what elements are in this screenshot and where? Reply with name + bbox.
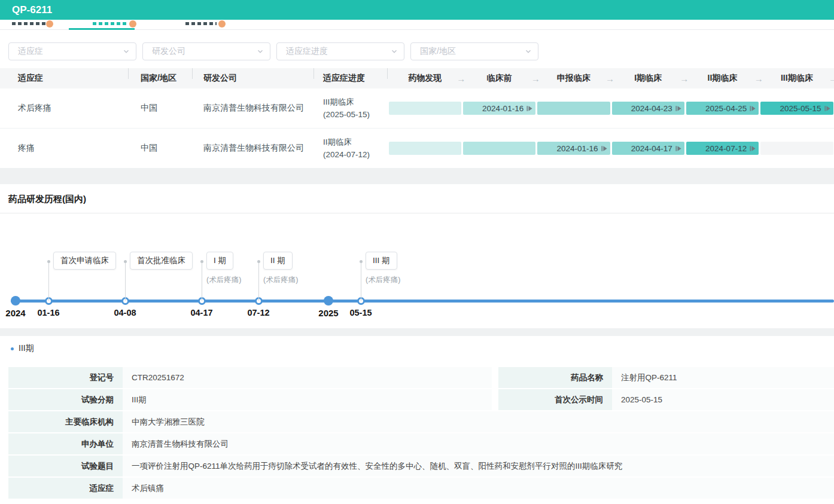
timeline-stem-dot	[124, 260, 127, 263]
detail-row: 试验分期III期首次公示时间2025-05-15	[8, 389, 834, 410]
phase-bar[interactable]: 2025-04-25	[686, 102, 759, 115]
phase-date: 2024-04-17	[631, 144, 672, 153]
phase-bar	[463, 142, 535, 155]
stage-name: II期临床	[323, 136, 388, 148]
country-cell: 中国	[129, 143, 193, 154]
stage-date: (2024-07-12)	[323, 148, 388, 161]
play-icon	[526, 105, 532, 112]
phase-bar	[389, 102, 461, 115]
play-icon	[675, 145, 681, 152]
timeline-stem	[258, 263, 259, 301]
detail-value: CTR20251672	[123, 367, 492, 388]
detail-label: 登记号	[8, 367, 123, 388]
timeline-stem-dot	[47, 260, 50, 263]
timeline-canvas: 2024首次申请临床01-16首次批准临床04-08I 期(术后疼痛)04-17…	[0, 213, 834, 328]
progress-table-header: 适应症国家/地区研发公司适应症进度药物发现→临床前→申报临床→I期临床→II期临…	[0, 68, 834, 88]
phase-col-header: II期临床→	[685, 73, 759, 84]
phase-col-header: I期临床→	[611, 73, 685, 84]
timeline-stem-dot	[360, 260, 363, 263]
filter-row: 适应症研发公司适应症进度国家/地区	[8, 42, 834, 60]
phase-col-label: I期临床	[634, 73, 662, 84]
tab-2-badge-icon	[129, 20, 136, 28]
detail-value: 术后镇痛	[123, 478, 834, 499]
phase-cell: 2024-07-12	[685, 142, 759, 155]
tab-1[interactable]	[12, 22, 47, 25]
filter-select-4[interactable]: 国家/地区	[410, 42, 538, 60]
phase-cell: 2025-04-25	[685, 102, 759, 115]
timeline-stem	[361, 263, 361, 301]
filter-select-1[interactable]: 适应症	[8, 42, 136, 60]
phase-col-label: 申报临床	[557, 73, 591, 84]
phase-bar[interactable]: 2024-01-16	[537, 142, 610, 155]
section-divider	[0, 169, 834, 184]
tab-2-active[interactable]	[93, 22, 127, 25]
timeline-year-node	[11, 296, 20, 306]
phase-cell	[537, 102, 611, 115]
phase-cell	[760, 142, 834, 155]
timeline-axis-line	[11, 300, 834, 303]
phase-date: 2024-07-12	[705, 144, 747, 153]
company-cell: 南京清普生物科技有限公司	[193, 143, 314, 154]
detail-label: 主要临床机构	[8, 411, 123, 432]
arrow-right-icon: →	[456, 74, 465, 84]
phase-bar[interactable]: 2024-04-23	[612, 102, 684, 115]
page-header: QP-6211	[0, 0, 834, 20]
phase-bar[interactable]: 2024-07-12	[686, 142, 759, 155]
tab-bar	[0, 20, 834, 30]
filter-placeholder: 适应症	[18, 46, 43, 57]
detail-value: 一项评价注射用QP-6211单次给药用于痔切除术受试者的有效性、安全性的多中心、…	[123, 456, 834, 476]
chevron-down-icon	[257, 48, 264, 55]
phase-col-label: II期临床	[708, 73, 738, 84]
phase-bar[interactable]: 2024-01-16	[463, 102, 535, 115]
detail-label: 试验题目	[8, 456, 123, 476]
play-icon	[675, 105, 681, 112]
phase-col-header: 临床前→	[462, 73, 536, 84]
detail-label: 申办单位	[8, 433, 123, 454]
play-icon	[750, 105, 756, 112]
arrow-right-icon: →	[531, 74, 540, 84]
timeline-event-label[interactable]: III 期	[366, 252, 397, 270]
col-header: 适应症	[0, 73, 129, 84]
filter-select-2[interactable]: 研发公司	[142, 42, 270, 60]
timeline-section-title: 药品研发历程(国内)	[0, 184, 834, 213]
detail-row: 主要临床机构中南大学湘雅三医院	[8, 411, 834, 432]
phase-col-label: 临床前	[486, 73, 512, 84]
timeline-event-label[interactable]: 首次申请临床	[53, 252, 116, 270]
play-icon	[824, 105, 830, 112]
timeline-event-sublabel: (术后疼痛)	[263, 275, 298, 285]
phase-bar[interactable]: 2024-04-17	[612, 142, 684, 155]
timeline-event-sublabel: (术后疼痛)	[206, 275, 241, 285]
stage-cell: III期临床(2025-05-15)	[314, 96, 388, 121]
arrow-right-icon: →	[680, 74, 689, 84]
timeline-event-label[interactable]: II 期	[263, 252, 293, 270]
phase-col-header: 申报临床→	[537, 73, 611, 84]
timeline-event-label[interactable]: I 期	[206, 252, 233, 270]
detail-value: 中南大学湘雅三医院	[123, 411, 834, 432]
detail-value: 2025-05-15	[612, 389, 834, 410]
detail-row: 适应症术后镇痛	[8, 478, 834, 499]
tab-1-badge-icon	[46, 20, 53, 28]
phase-date: 2025-05-15	[780, 104, 821, 113]
indication-cell: 疼痛	[0, 143, 129, 154]
phase-bar[interactable]: 2025-05-15	[760, 102, 833, 115]
timeline-axis-label: 2024	[5, 308, 25, 318]
filter-placeholder: 适应症进度	[286, 46, 328, 57]
detail-row: 试验题目一项评价注射用QP-6211单次给药用于痔切除术受试者的有效性、安全性的…	[8, 456, 834, 476]
tab-3[interactable]	[185, 22, 217, 25]
chevron-down-icon	[391, 48, 398, 55]
active-tab-underline	[69, 28, 135, 30]
timeline-stem	[48, 263, 49, 301]
col-header: 国家/地区	[129, 73, 193, 84]
table-row: 疼痛中国南京清普生物科技有限公司II期临床(2024-07-12)2024-01…	[0, 129, 834, 169]
phase-cell	[462, 142, 536, 155]
indication-progress-table: 适应症国家/地区研发公司适应症进度药物发现→临床前→申报临床→I期临床→II期临…	[0, 68, 834, 169]
timeline-event-label[interactable]: 首次批准临床	[130, 252, 193, 270]
timeline-axis-label: 2025	[318, 308, 338, 318]
detail-column-gap	[492, 367, 498, 388]
progress-table-body: 术后疼痛中国南京清普生物科技有限公司III期临床(2025-05-15)2024…	[0, 88, 834, 169]
phase-date: 2024-04-23	[631, 104, 672, 113]
phase-cell: 2024-01-16	[462, 102, 536, 115]
col-header: 研发公司	[193, 73, 314, 84]
timeline-axis-label: 01-16	[37, 308, 59, 317]
filter-select-3[interactable]: 适应症进度	[276, 42, 404, 60]
